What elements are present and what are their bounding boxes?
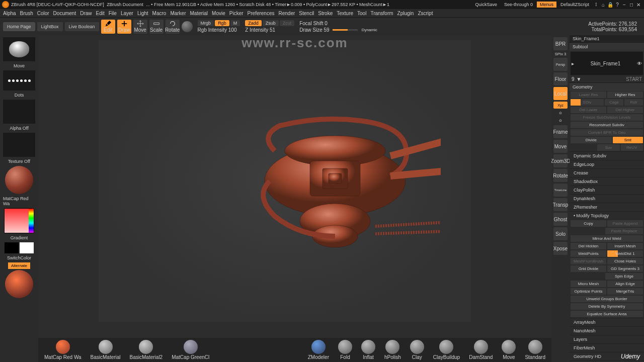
draw-size-slider[interactable]: Draw Size 59 — [299, 27, 329, 33]
mesh-from-brush-button[interactable]: MeshFromBrush — [571, 258, 606, 264]
brush-preview[interactable] — [3, 37, 35, 61]
zsub-button[interactable]: Zsub — [263, 20, 279, 26]
higher-res-button[interactable]: Higher Res — [607, 92, 643, 98]
menu-brush[interactable]: Brush — [20, 11, 33, 16]
smt-button[interactable]: Smt — [613, 137, 643, 143]
brush-claybuildup[interactable]: ClayBuildup — [433, 340, 460, 360]
weld-points-button[interactable]: WeldPoints — [571, 250, 606, 257]
menu-document[interactable]: Document — [53, 11, 76, 16]
menus-button[interactable]: Menus — [537, 2, 556, 8]
insert-mesh-button[interactable]: Insert Mesh — [607, 243, 643, 249]
merge-tris-button[interactable]: MergeTris — [607, 288, 643, 295]
modify-topology-section[interactable]: Modify Topology — [570, 211, 644, 220]
micro-mesh-button[interactable]: Micro Mesh — [571, 281, 606, 287]
axis-x-icon[interactable]: ⊙ — [553, 110, 568, 116]
menu-macro[interactable]: Macro — [152, 11, 167, 16]
material-matcap-greencl[interactable]: MatCap GreenCl — [172, 340, 209, 360]
lightbox-button[interactable]: LightBox — [37, 22, 63, 31]
tool-name[interactable]: Skin_Frame1 — [570, 35, 644, 42]
ghost-button[interactable]: Ghost — [553, 213, 568, 226]
section-nanomesh[interactable]: NanoMesh — [570, 326, 644, 335]
menu-preferences[interactable]: Preferences — [248, 11, 275, 16]
spix-slider[interactable]: SPix 3 — [554, 52, 566, 56]
move-view-button[interactable]: Move — [553, 140, 568, 153]
menu-stroke[interactable]: Stroke — [318, 11, 333, 16]
section-shadowbox[interactable]: ShadowBox — [570, 177, 644, 186]
brush-inflat[interactable]: Inflat — [361, 340, 375, 360]
rotate-view-button[interactable]: Rotate — [553, 169, 568, 182]
del-higher-button[interactable]: Del Higher — [607, 107, 643, 113]
subtool-item[interactable]: ▸ Skin_Frame1 👁 — [571, 52, 643, 75]
help-icon[interactable]: ? — [614, 2, 621, 8]
quicksave-button[interactable]: QuickSave — [472, 2, 500, 8]
xpose-button[interactable]: Xpose — [553, 242, 568, 255]
xyz-button[interactable]: Xyz — [553, 102, 568, 109]
stroke-preview[interactable] — [3, 70, 35, 90]
material-preview-icon[interactable] — [182, 21, 193, 32]
maximize-icon[interactable]: □ — [628, 2, 635, 8]
sdiv-slider[interactable]: SDiv — [571, 99, 604, 106]
menu-material[interactable]: Material — [190, 11, 208, 16]
minimize-icon[interactable]: − — [621, 2, 628, 8]
material-basicmaterial2[interactable]: BasicMaterial2 — [130, 340, 163, 360]
grid-divide-button[interactable]: Grid Divide — [571, 265, 606, 272]
rgb-button[interactable]: Rgb — [215, 20, 229, 26]
geometry-header[interactable]: Geometry — [570, 82, 644, 91]
spin-edge-button[interactable]: Spin Edge — [605, 273, 643, 280]
local-button[interactable]: Local — [553, 87, 568, 100]
z-intensity-slider[interactable]: Z Intensity 51 — [245, 27, 275, 33]
material-basicmaterial[interactable]: BasicMaterial — [91, 340, 121, 360]
section-fibermesh[interactable]: FiberMesh — [570, 343, 644, 352]
menu-marker[interactable]: Marker — [170, 11, 186, 16]
lock-icon[interactable]: 🔒 — [607, 2, 614, 8]
bpr-button[interactable]: BPR — [553, 37, 568, 50]
switch-color-button[interactable]: SwitchColor — [6, 254, 32, 261]
menu-stencil[interactable]: Stencil — [299, 11, 314, 16]
cage-button[interactable]: Cage — [605, 99, 623, 106]
delete-symmetry-button[interactable]: Delete By Symmetry — [571, 303, 643, 310]
gd-segments-slider[interactable]: GD Segments 3 — [607, 265, 643, 272]
del-lower-button[interactable]: Del Lower — [571, 107, 606, 113]
seethrough-slider[interactable]: See-through 0 — [501, 2, 536, 8]
menu-draw[interactable]: Draw — [80, 11, 92, 16]
brush-zmodeler[interactable]: ZModeler — [308, 340, 329, 360]
rgb-intensity-slider[interactable]: Rgb Intensity 100 — [198, 27, 237, 33]
weld-dist-slider[interactable]: WeldDist 1 — [607, 250, 643, 257]
canvas[interactable] — [99, 40, 471, 322]
menu-zscript[interactable]: Zscript — [418, 11, 433, 16]
focal-shift-slider[interactable]: Focal Shift 0 — [299, 21, 328, 26]
reuv-button[interactable]: ReUV — [621, 144, 643, 151]
draw-button[interactable]: Draw — [117, 20, 131, 34]
copy-button[interactable]: Copy — [571, 220, 606, 227]
paste-append-button[interactable]: Paste Append — [607, 220, 643, 227]
brush-damstand[interactable]: DamStand — [469, 340, 493, 360]
zcut-button[interactable]: Zcut — [280, 20, 295, 26]
texture-preview[interactable] — [3, 133, 35, 157]
equalize-surface-button[interactable]: Equalize Surface Area — [571, 311, 643, 317]
pin-icon[interactable]: ⟟ — [593, 2, 600, 8]
menu-color[interactable]: Color — [37, 11, 49, 16]
menu-zplugin[interactable]: Zplugin — [397, 11, 414, 16]
zadd-button[interactable]: Zadd — [245, 20, 262, 26]
mrgb-button[interactable]: Mrgb — [198, 20, 214, 26]
alpha-preview[interactable] — [3, 100, 35, 124]
unweld-groups-button[interactable]: Unweld Groups Border — [571, 296, 643, 302]
suv-button[interactable]: Suv — [597, 144, 619, 151]
menu-edit[interactable]: Edit — [96, 11, 105, 16]
menu-render[interactable]: Render — [279, 11, 295, 16]
menu-tool[interactable]: Tool — [357, 11, 366, 16]
menu-light[interactable]: Light — [137, 11, 148, 16]
live-boolean-button[interactable]: Live Boolean — [65, 22, 99, 31]
align-edge-button[interactable]: Align Edge — [607, 281, 643, 287]
section-claypolish[interactable]: ClayPolish — [570, 186, 644, 194]
menu-file[interactable]: File — [109, 11, 117, 16]
alternate-button[interactable]: Alternate — [8, 262, 30, 269]
section-arraymesh[interactable]: ArrayMesh — [570, 318, 644, 326]
color-picker[interactable] — [4, 208, 34, 233]
close-icon[interactable]: ✕ — [635, 2, 642, 8]
menu-picker[interactable]: Picker — [229, 11, 244, 16]
solo-button[interactable]: Solo — [553, 227, 568, 240]
section-zremesher[interactable]: ZRemesher — [570, 203, 644, 211]
transp-button[interactable]: Transp — [553, 198, 568, 211]
brush-standard[interactable]: Standard — [525, 340, 545, 360]
